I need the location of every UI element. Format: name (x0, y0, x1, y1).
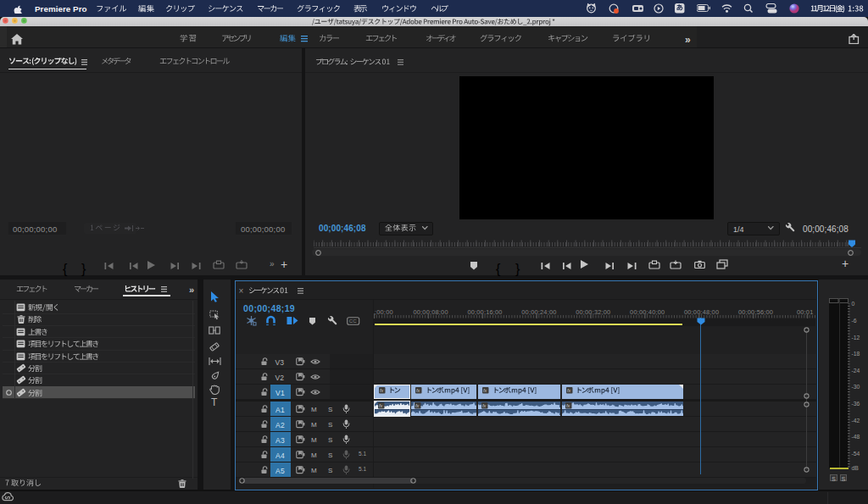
svg-text:CC: CC (349, 318, 357, 324)
svg-text:fx: fx (567, 387, 571, 392)
svg-text:fx: fx (416, 387, 420, 392)
svg-text:fx: fx (566, 403, 570, 408)
svg-text:fx: fx (482, 403, 487, 408)
svg-text:fx: fx (415, 403, 420, 408)
svg-text:fx: fx (483, 387, 487, 392)
